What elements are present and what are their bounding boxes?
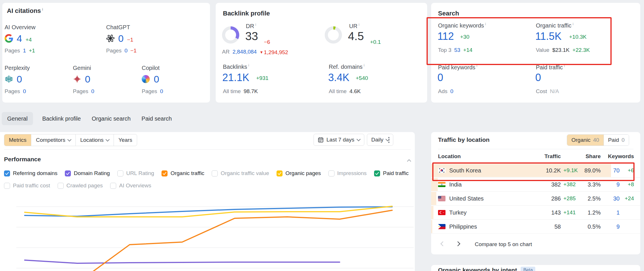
openai-icon <box>106 34 115 43</box>
metrics-chip[interactable]: Metrics <box>4 134 31 146</box>
kebab-menu-icon[interactable] <box>386 135 391 145</box>
metric-checkbox-paid-traffic-cost[interactable]: Paid traffic cost <box>4 182 50 189</box>
checkbox-icon[interactable] <box>110 183 116 189</box>
checkbox-icon[interactable] <box>277 170 283 176</box>
organic-keywords-value[interactable]: 112 <box>437 30 454 42</box>
keywords-link[interactable]: 9 <box>601 181 620 188</box>
ai-block-value[interactable]: 0 <box>118 33 124 44</box>
performance-title: Performance <box>4 156 41 163</box>
flag-ph-icon <box>438 224 445 229</box>
organic-traffic-label: Organic traffici <box>536 22 573 29</box>
location-row-philippines[interactable]: Philippines580.5%9 <box>431 220 640 234</box>
column-header[interactable]: Share <box>582 153 601 160</box>
years-chip[interactable]: Years <box>114 134 137 146</box>
tab-general[interactable]: General <box>2 112 33 125</box>
keywords-link[interactable]: 9 <box>601 223 620 230</box>
ai-block-pages-value[interactable]: 0 <box>23 88 26 95</box>
tab-backlink-profile[interactable]: Backlink profile <box>40 115 83 122</box>
info-icon[interactable]: i <box>42 7 43 11</box>
location-row-south-korea[interactable]: South Korea10.2K+9.1K89.0%70+6 <box>431 164 640 178</box>
ai-block-value[interactable]: 0 <box>17 74 22 85</box>
ai-block-value[interactable]: 4 <box>17 33 22 44</box>
gemini-icon <box>73 75 81 83</box>
dr-delta: −6 <box>264 39 270 45</box>
metric-checkbox-referring-domains[interactable]: Referring domains <box>4 170 57 176</box>
ai-block-value[interactable]: 0 <box>154 74 159 85</box>
metric-checkbox-url-rating[interactable]: URL Rating <box>117 170 154 176</box>
metric-label: Domain Rating <box>74 170 110 176</box>
column-header[interactable]: Traffic <box>518 153 561 160</box>
ai-block-pages-value[interactable]: 0 <box>160 88 163 95</box>
metric-checkbox-crawled-pages[interactable]: Crawled pages <box>58 182 103 189</box>
backlink-profile-title: Backlink profile <box>223 10 270 17</box>
metric-label: Referring domains <box>13 170 57 176</box>
traffic-delta: +9.1K <box>561 167 582 174</box>
location-row-turkey[interactable]: Turkey143+1411.2%1 <box>431 206 640 220</box>
locations-chip[interactable]: Locations <box>75 134 114 146</box>
next-page-button[interactable] <box>453 240 463 249</box>
performance-chart <box>0 191 415 271</box>
compare-top5-link[interactable]: Compare top 5 on chart <box>475 241 532 248</box>
ar-value[interactable]: 2,848,084 <box>232 49 257 55</box>
competitors-chip[interactable]: Competitors <box>31 134 75 146</box>
organic-toggle-segment[interactable]: Organic 40 <box>567 135 604 146</box>
share-value: 3.3% <box>582 181 601 188</box>
chart-line-organic-pages <box>25 206 392 217</box>
metric-label: Impressions <box>337 170 367 176</box>
checkbox-icon[interactable] <box>58 183 64 189</box>
paid-keywords-value[interactable]: 0 <box>437 72 443 84</box>
info-icon[interactable]: i <box>476 64 477 68</box>
column-header[interactable]: Location <box>431 153 518 160</box>
ai-block-pages-value[interactable]: 1 <box>23 48 26 54</box>
backlinks-value[interactable]: 21.1K <box>222 72 249 84</box>
checkbox-icon[interactable] <box>374 170 380 176</box>
tab-paid-search[interactable]: Paid search <box>140 115 174 122</box>
traffic-delta: +285 <box>561 195 582 202</box>
metric-checkbox-organic-traffic-value[interactable]: Organic traffic value <box>212 170 269 176</box>
organic-traffic-value[interactable]: 11.5K <box>535 30 561 42</box>
ar-delta: ▼1,294,952 <box>260 49 288 56</box>
checkbox-icon[interactable] <box>65 170 71 176</box>
checkbox-icon[interactable] <box>328 170 334 176</box>
info-icon[interactable]: i <box>255 22 256 27</box>
info-icon[interactable]: i <box>564 64 565 68</box>
info-icon[interactable]: i <box>364 63 365 67</box>
ai-block-pages-value[interactable]: 0 <box>91 88 94 95</box>
location-row-india[interactable]: India382+3823.3%9+8 <box>431 178 640 192</box>
paid-keywords-label: Paid keywordsi <box>438 64 477 71</box>
location-table: South Korea10.2K+9.1K89.0%70+6India382+3… <box>431 164 640 234</box>
checkbox-icon[interactable] <box>4 170 10 176</box>
copilot-icon <box>142 75 150 83</box>
info-icon[interactable]: i <box>485 22 486 26</box>
metric-checkbox-domain-rating[interactable]: Domain Rating <box>65 170 110 176</box>
info-icon[interactable]: i <box>248 63 249 67</box>
keywords-link[interactable]: 1 <box>601 209 620 216</box>
column-header[interactable]: Keywords <box>601 153 634 160</box>
info-icon[interactable]: i <box>573 22 573 26</box>
metric-checkbox-impressions[interactable]: Impressions <box>328 170 367 176</box>
keywords-link[interactable]: 70 <box>601 167 620 174</box>
ref-domains-value[interactable]: 3.4K <box>328 72 349 84</box>
checkbox-icon[interactable] <box>162 170 168 176</box>
location-row-united-states[interactable]: United States286+2852.5%30+24 <box>431 192 640 206</box>
location-name: South Korea <box>449 167 481 174</box>
prev-page-button[interactable] <box>438 240 448 249</box>
keywords-delta: +6 <box>620 167 634 174</box>
metric-checkbox-organic-traffic[interactable]: Organic traffic <box>162 170 204 176</box>
checkbox-icon[interactable] <box>4 183 10 189</box>
ai-block-pages-row: Pages0−1 <box>106 48 137 54</box>
metric-checkbox-paid-traffic[interactable]: Paid traffic <box>374 170 408 176</box>
paid-traffic-value[interactable]: 0 <box>535 72 541 84</box>
ai-block-value-row: 0 <box>142 73 159 85</box>
metric-checkbox-ai-overviews[interactable]: AI Overviews <box>110 182 151 189</box>
checkbox-icon[interactable] <box>212 170 218 176</box>
tab-organic-search[interactable]: Organic search <box>90 115 133 122</box>
checkbox-icon[interactable] <box>117 170 123 176</box>
info-icon[interactable]: i <box>359 22 359 27</box>
ai-block-value[interactable]: 0 <box>85 74 90 85</box>
keywords-link[interactable]: 30 <box>601 195 620 202</box>
date-range-button[interactable]: Last 7 days <box>314 134 364 146</box>
paid-toggle-segment[interactable]: Paid 0 <box>604 135 629 146</box>
metric-checkbox-organic-pages[interactable]: Organic pages <box>277 170 321 176</box>
ai-block-pages-value[interactable]: 0 <box>124 48 128 54</box>
